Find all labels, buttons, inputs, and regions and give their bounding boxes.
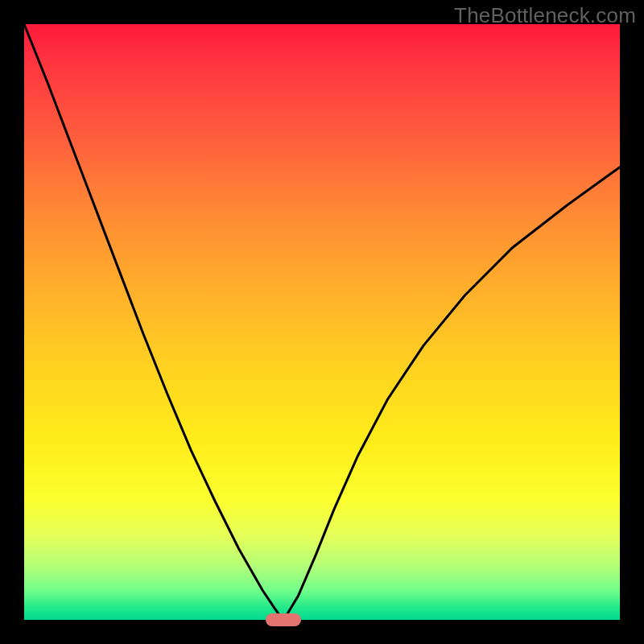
minimum-marker (266, 613, 301, 626)
curve-path (24, 24, 620, 620)
curve-svg (24, 24, 620, 620)
watermark-text: TheBottleneck.com (454, 3, 636, 28)
chart-frame: TheBottleneck.com (0, 0, 644, 644)
plot-area (24, 24, 620, 620)
